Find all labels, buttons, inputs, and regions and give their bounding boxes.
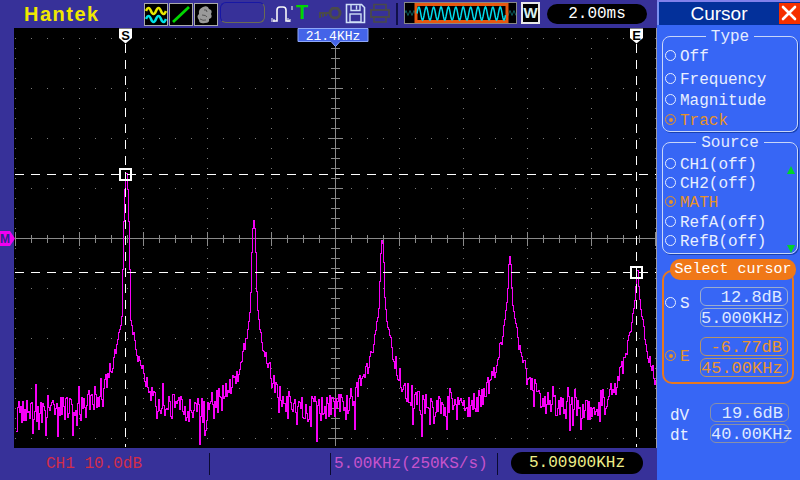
svg-text:E: E [632, 28, 641, 43]
svg-text:S: S [121, 28, 130, 43]
svg-text:M: M [0, 232, 10, 246]
svg-text:21.4KHz: 21.4KHz [306, 29, 361, 44]
